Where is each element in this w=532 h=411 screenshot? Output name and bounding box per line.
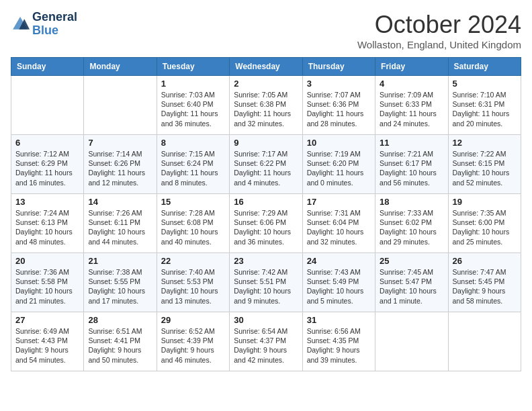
calendar-cell: 29Sunrise: 6:52 AMSunset: 4:39 PMDayligh… <box>157 312 229 371</box>
week-row-4: 20Sunrise: 7:36 AMSunset: 5:58 PMDayligh… <box>11 253 521 312</box>
day-number: 28 <box>88 315 152 325</box>
calendar-cell: 12Sunrise: 7:22 AMSunset: 6:15 PMDayligh… <box>448 135 521 194</box>
calendar-cell: 27Sunrise: 6:49 AMSunset: 4:43 PMDayligh… <box>11 312 84 371</box>
calendar-cell: 16Sunrise: 7:29 AMSunset: 6:06 PMDayligh… <box>230 194 302 253</box>
weekday-header-monday: Monday <box>84 58 157 76</box>
week-row-1: 1Sunrise: 7:03 AMSunset: 6:40 PMDaylight… <box>11 76 521 135</box>
calendar-cell: 21Sunrise: 7:38 AMSunset: 5:55 PMDayligh… <box>84 253 157 312</box>
calendar-cell: 25Sunrise: 7:45 AMSunset: 5:47 PMDayligh… <box>375 253 448 312</box>
day-info: Sunrise: 7:14 AMSunset: 6:26 PMDaylight:… <box>88 149 152 187</box>
weekday-header-row: SundayMondayTuesdayWednesdayThursdayFrid… <box>11 58 521 76</box>
calendar-cell: 20Sunrise: 7:36 AMSunset: 5:58 PMDayligh… <box>11 253 84 312</box>
calendar-cell: 8Sunrise: 7:15 AMSunset: 6:24 PMDaylight… <box>157 135 229 194</box>
day-number: 30 <box>234 315 298 325</box>
calendar-cell <box>11 76 84 135</box>
day-number: 26 <box>453 256 517 266</box>
logo-text: General Blue <box>32 11 77 38</box>
day-info: Sunrise: 7:19 AMSunset: 6:20 PMDaylight:… <box>307 149 371 187</box>
day-number: 31 <box>307 315 371 325</box>
day-number: 12 <box>453 138 517 148</box>
day-number: 29 <box>161 315 225 325</box>
day-info: Sunrise: 7:28 AMSunset: 6:08 PMDaylight:… <box>161 208 225 246</box>
day-info: Sunrise: 7:21 AMSunset: 6:17 PMDaylight:… <box>380 149 443 187</box>
weekday-header-thursday: Thursday <box>302 58 375 76</box>
weekday-header-wednesday: Wednesday <box>230 58 302 76</box>
calendar-cell <box>448 312 521 371</box>
day-number: 13 <box>15 197 79 207</box>
day-info: Sunrise: 6:52 AMSunset: 4:39 PMDaylight:… <box>161 326 225 365</box>
title-block: October 2024 Wollaston, England, United … <box>357 11 521 50</box>
calendar-cell: 7Sunrise: 7:14 AMSunset: 6:26 PMDaylight… <box>84 135 157 194</box>
calendar-cell <box>375 312 448 371</box>
day-number: 8 <box>161 138 225 148</box>
calendar-cell: 26Sunrise: 7:47 AMSunset: 5:45 PMDayligh… <box>448 253 521 312</box>
day-number: 24 <box>307 256 371 266</box>
day-number: 25 <box>380 256 443 266</box>
day-info: Sunrise: 7:17 AMSunset: 6:22 PMDaylight:… <box>234 149 298 187</box>
day-info: Sunrise: 7:33 AMSunset: 6:02 PMDaylight:… <box>380 208 443 246</box>
day-info: Sunrise: 6:54 AMSunset: 4:37 PMDaylight:… <box>234 326 298 365</box>
calendar-cell: 23Sunrise: 7:42 AMSunset: 5:51 PMDayligh… <box>230 253 302 312</box>
day-info: Sunrise: 7:22 AMSunset: 6:15 PMDaylight:… <box>453 149 517 187</box>
day-info: Sunrise: 7:09 AMSunset: 6:33 PMDaylight:… <box>380 90 443 128</box>
day-info: Sunrise: 7:35 AMSunset: 6:00 PMDaylight:… <box>453 208 517 246</box>
day-info: Sunrise: 7:05 AMSunset: 6:38 PMDaylight:… <box>234 90 298 128</box>
day-number: 16 <box>234 197 298 207</box>
day-info: Sunrise: 6:49 AMSunset: 4:43 PMDaylight:… <box>15 326 79 365</box>
calendar-cell: 22Sunrise: 7:40 AMSunset: 5:53 PMDayligh… <box>157 253 229 312</box>
calendar-cell: 5Sunrise: 7:10 AMSunset: 6:31 PMDaylight… <box>448 76 521 135</box>
weekday-header-sunday: Sunday <box>11 58 84 76</box>
calendar-cell: 10Sunrise: 7:19 AMSunset: 6:20 PMDayligh… <box>302 135 375 194</box>
week-row-5: 27Sunrise: 6:49 AMSunset: 4:43 PMDayligh… <box>11 312 521 371</box>
day-info: Sunrise: 7:12 AMSunset: 6:29 PMDaylight:… <box>15 149 79 187</box>
day-number: 11 <box>380 138 443 148</box>
day-info: Sunrise: 7:47 AMSunset: 5:45 PMDaylight:… <box>453 267 517 306</box>
day-info: Sunrise: 7:29 AMSunset: 6:06 PMDaylight:… <box>234 208 298 246</box>
location: Wollaston, England, United Kingdom <box>357 39 521 50</box>
calendar-cell <box>84 76 157 135</box>
calendar-cell: 15Sunrise: 7:28 AMSunset: 6:08 PMDayligh… <box>157 194 229 253</box>
calendar-cell: 24Sunrise: 7:43 AMSunset: 5:49 PMDayligh… <box>302 253 375 312</box>
page-header: General Blue October 2024 Wollaston, Eng… <box>11 11 521 50</box>
calendar-cell: 28Sunrise: 6:51 AMSunset: 4:41 PMDayligh… <box>84 312 157 371</box>
logo-icon <box>11 15 30 34</box>
day-number: 14 <box>88 197 152 207</box>
day-number: 7 <box>88 138 152 148</box>
day-number: 17 <box>307 197 371 207</box>
calendar-cell: 13Sunrise: 7:24 AMSunset: 6:13 PMDayligh… <box>11 194 84 253</box>
weekday-header-tuesday: Tuesday <box>157 58 229 76</box>
calendar-table: SundayMondayTuesdayWednesdayThursdayFrid… <box>11 57 521 371</box>
day-number: 23 <box>234 256 298 266</box>
week-row-3: 13Sunrise: 7:24 AMSunset: 6:13 PMDayligh… <box>11 194 521 253</box>
day-number: 3 <box>307 79 371 89</box>
calendar-cell: 11Sunrise: 7:21 AMSunset: 6:17 PMDayligh… <box>375 135 448 194</box>
day-info: Sunrise: 7:24 AMSunset: 6:13 PMDaylight:… <box>15 208 79 246</box>
day-number: 15 <box>161 197 225 207</box>
day-number: 9 <box>234 138 298 148</box>
calendar-cell: 19Sunrise: 7:35 AMSunset: 6:00 PMDayligh… <box>448 194 521 253</box>
day-info: Sunrise: 6:51 AMSunset: 4:41 PMDaylight:… <box>88 326 152 365</box>
day-info: Sunrise: 7:43 AMSunset: 5:49 PMDaylight:… <box>307 267 371 306</box>
calendar-cell: 30Sunrise: 6:54 AMSunset: 4:37 PMDayligh… <box>230 312 302 371</box>
day-number: 4 <box>380 79 443 89</box>
day-info: Sunrise: 7:40 AMSunset: 5:53 PMDaylight:… <box>161 267 225 306</box>
calendar-cell: 1Sunrise: 7:03 AMSunset: 6:40 PMDaylight… <box>157 76 229 135</box>
calendar-cell: 6Sunrise: 7:12 AMSunset: 6:29 PMDaylight… <box>11 135 84 194</box>
calendar-cell: 3Sunrise: 7:07 AMSunset: 6:36 PMDaylight… <box>302 76 375 135</box>
logo: General Blue <box>11 11 77 38</box>
day-info: Sunrise: 7:38 AMSunset: 5:55 PMDaylight:… <box>88 267 152 306</box>
calendar-cell: 17Sunrise: 7:31 AMSunset: 6:04 PMDayligh… <box>302 194 375 253</box>
day-number: 20 <box>15 256 79 266</box>
calendar-cell: 9Sunrise: 7:17 AMSunset: 6:22 PMDaylight… <box>230 135 302 194</box>
day-info: Sunrise: 7:15 AMSunset: 6:24 PMDaylight:… <box>161 149 225 187</box>
day-info: Sunrise: 7:36 AMSunset: 5:58 PMDaylight:… <box>15 267 79 306</box>
day-number: 22 <box>161 256 225 266</box>
weekday-header-friday: Friday <box>375 58 448 76</box>
month-title: October 2024 <box>357 11 521 39</box>
day-number: 6 <box>15 138 79 148</box>
calendar-cell: 2Sunrise: 7:05 AMSunset: 6:38 PMDaylight… <box>230 76 302 135</box>
day-info: Sunrise: 7:31 AMSunset: 6:04 PMDaylight:… <box>307 208 371 246</box>
day-number: 1 <box>161 79 225 89</box>
day-info: Sunrise: 7:10 AMSunset: 6:31 PMDaylight:… <box>453 90 517 128</box>
day-number: 18 <box>380 197 443 207</box>
